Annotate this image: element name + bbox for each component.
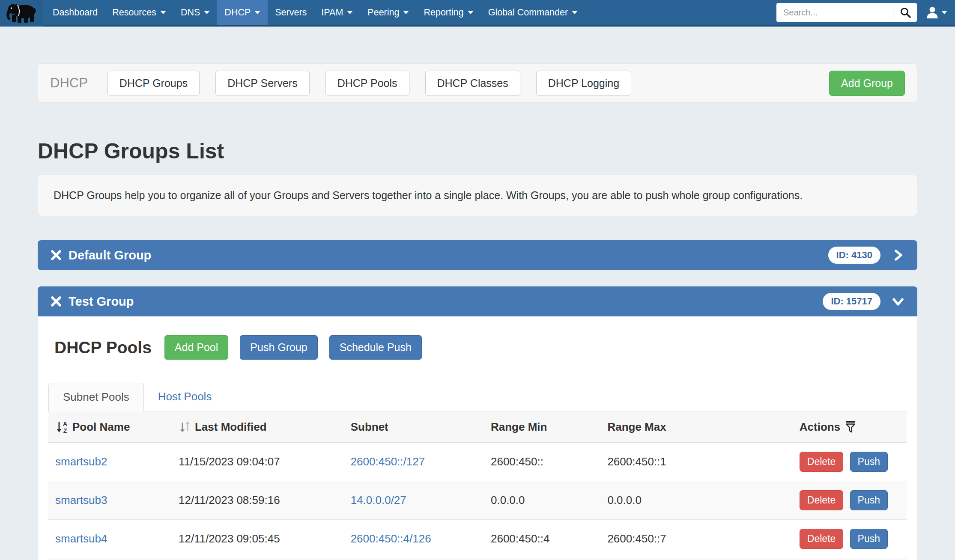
group-id-badge: ID: 15717 xyxy=(823,293,880,310)
dhcp-toolbar-buttons: DHCP Groups DHCP Servers DHCP Pools DHCP… xyxy=(107,71,647,96)
nav-item[interactable]: Servers xyxy=(268,0,314,25)
svg-text:Z: Z xyxy=(63,427,67,434)
search-button[interactable] xyxy=(893,3,917,22)
nav-item-label: DHCP xyxy=(224,7,251,18)
add-pool-button[interactable]: Add Pool xyxy=(164,335,228,360)
user-icon xyxy=(926,6,938,19)
group-bar-test[interactable]: Test Group ID: 15717 xyxy=(38,286,917,316)
nav-item[interactable]: DHCP xyxy=(217,0,268,25)
group-id-badge: ID: 4130 xyxy=(828,247,880,264)
nav-item[interactable]: DNS xyxy=(173,0,217,25)
nav-item[interactable]: Peering xyxy=(360,0,416,25)
dhcp-toolbar-button[interactable]: DHCP Logging xyxy=(536,71,631,96)
push-button[interactable]: Push xyxy=(850,490,888,510)
pool-name-link[interactable]: smartsub3 xyxy=(55,494,107,506)
search-icon xyxy=(900,7,911,18)
pools-tabs: Subnet Pools Host Pools xyxy=(48,383,907,411)
pools-table: A Z Pool Name Last Modified Subnet R xyxy=(48,411,907,560)
caret-down-icon xyxy=(254,11,260,14)
user-menu[interactable] xyxy=(926,6,947,19)
page-description: DHCP Groups help you to organize all of … xyxy=(38,175,917,216)
group-body: DHCP Pools Add Pool Push Group Schedule … xyxy=(38,316,917,560)
pools-header: DHCP Pools Add Pool Push Group Schedule … xyxy=(48,335,907,360)
last-modified-cell: 12/11/2023 08:59:16 xyxy=(172,481,344,520)
column-header-range-min[interactable]: Range Min xyxy=(484,411,600,443)
dhcp-toolbar-button[interactable]: DHCP Pools xyxy=(325,71,409,96)
caret-down-icon xyxy=(941,11,947,14)
column-header-range-max[interactable]: Range Max xyxy=(600,411,792,443)
subnet-link[interactable]: 14.0.0.0/27 xyxy=(351,494,406,506)
remove-group-icon[interactable] xyxy=(51,250,62,261)
subnet-link[interactable]: 2600:450::/127 xyxy=(351,455,425,468)
nav-item[interactable]: Dashboard xyxy=(45,0,105,25)
top-navbar: Dashboard Resources DNS DHCP Servers xyxy=(0,0,955,27)
nav-item[interactable]: Reporting xyxy=(416,0,480,25)
navbar-right xyxy=(776,0,955,25)
remove-group-icon[interactable] xyxy=(51,296,62,307)
caret-down-icon xyxy=(204,11,210,14)
column-header-last-modified[interactable]: Last Modified xyxy=(172,411,344,443)
range-min-cell: 172.16.3.0 xyxy=(484,558,600,560)
chevron-down-icon[interactable] xyxy=(892,295,904,308)
dhcp-toolbar: DHCP DHCP Groups DHCP Servers DHCP Pools… xyxy=(38,63,917,103)
group-name: Default Group xyxy=(69,248,151,262)
push-button[interactable]: Push xyxy=(850,529,888,549)
range-max-cell: 2600:450::1 xyxy=(600,443,792,481)
nav-item[interactable]: Global Commander xyxy=(481,0,585,25)
range-max-cell: 0.0.0.0 xyxy=(600,481,792,520)
range-max-cell: 2600:450::7 xyxy=(600,520,792,558)
sort-alpha-asc-icon: A Z xyxy=(55,420,69,434)
pool-table-row: smartsub4 12/11/2023 09:05:45 2600:450::… xyxy=(48,520,907,558)
pool-table-row: smartsub5 11/15/2023 09:33:29 172.16.3.0… xyxy=(48,558,907,560)
push-group-button[interactable]: Push Group xyxy=(240,335,317,360)
pool-name-link[interactable]: smartsub2 xyxy=(55,455,107,468)
dhcp-toolbar-button[interactable]: DHCP Classes xyxy=(425,71,520,96)
subnet-link[interactable]: 2600:450::4/126 xyxy=(351,532,431,545)
nav-item[interactable]: Resources xyxy=(105,0,173,25)
search-group xyxy=(776,3,917,22)
delete-button[interactable]: Delete xyxy=(800,452,843,472)
nav-item-label: Servers xyxy=(275,7,307,18)
pools-title: DHCP Pools xyxy=(54,338,152,357)
dhcp-toolbar-title: DHCP xyxy=(50,75,88,91)
mammoth-icon xyxy=(6,3,37,24)
tab-host-pools[interactable]: Host Pools xyxy=(144,383,226,411)
nav-item-label: Global Commander xyxy=(488,7,568,18)
column-header-subnet[interactable]: Subnet xyxy=(344,411,484,443)
column-header-pool-name[interactable]: A Z Pool Name xyxy=(48,411,172,443)
pool-name-link[interactable]: smartsub4 xyxy=(55,532,107,545)
push-button[interactable]: Push xyxy=(850,452,888,472)
dhcp-toolbar-button[interactable]: DHCP Groups xyxy=(107,71,200,96)
nav-item[interactable]: IPAM xyxy=(314,0,360,25)
dhcp-toolbar-button[interactable]: DHCP Servers xyxy=(215,71,309,96)
caret-down-icon xyxy=(403,11,409,14)
pool-table-row: smartsub2 11/15/2023 09:04:07 2600:450::… xyxy=(48,443,907,481)
group-bar-default[interactable]: Default Group ID: 4130 xyxy=(38,240,917,270)
range-max-cell: 172.16.3.255 xyxy=(600,558,792,560)
group-panel-test: Test Group ID: 15717 DHCP Pools Add Pool… xyxy=(38,286,917,560)
chevron-right-icon[interactable] xyxy=(892,249,904,262)
delete-button[interactable]: Delete xyxy=(800,490,843,510)
page-title: DHCP Groups List xyxy=(38,139,917,164)
last-modified-cell: 11/15/2023 09:33:29 xyxy=(172,558,344,560)
schedule-push-button[interactable]: Schedule Push xyxy=(329,335,422,360)
caret-down-icon xyxy=(572,11,578,14)
app-logo[interactable] xyxy=(0,0,43,27)
nav-item-label: DNS xyxy=(181,7,200,18)
table-header-row: A Z Pool Name Last Modified Subnet R xyxy=(48,411,907,443)
svg-text:A: A xyxy=(63,420,67,427)
add-group-button[interactable]: Add Group xyxy=(829,71,905,96)
tab-subnet-pools[interactable]: Subnet Pools xyxy=(48,383,144,411)
last-modified-cell: 11/15/2023 09:04:07 xyxy=(172,443,344,481)
caret-down-icon xyxy=(468,11,474,14)
nav-item-label: Reporting xyxy=(424,7,463,18)
filter-funnel-icon[interactable] xyxy=(845,420,857,433)
nav-item-label: IPAM xyxy=(321,7,343,18)
column-header-actions[interactable]: Actions xyxy=(793,411,907,443)
nav-item-label: Peering xyxy=(367,7,399,18)
nav-item-label: Resources xyxy=(112,7,156,18)
delete-button[interactable]: Delete xyxy=(800,529,843,549)
main-nav: Dashboard Resources DNS DHCP Servers xyxy=(45,0,585,25)
last-modified-cell: 12/11/2023 09:05:45 xyxy=(172,520,344,558)
search-input[interactable] xyxy=(776,3,893,22)
